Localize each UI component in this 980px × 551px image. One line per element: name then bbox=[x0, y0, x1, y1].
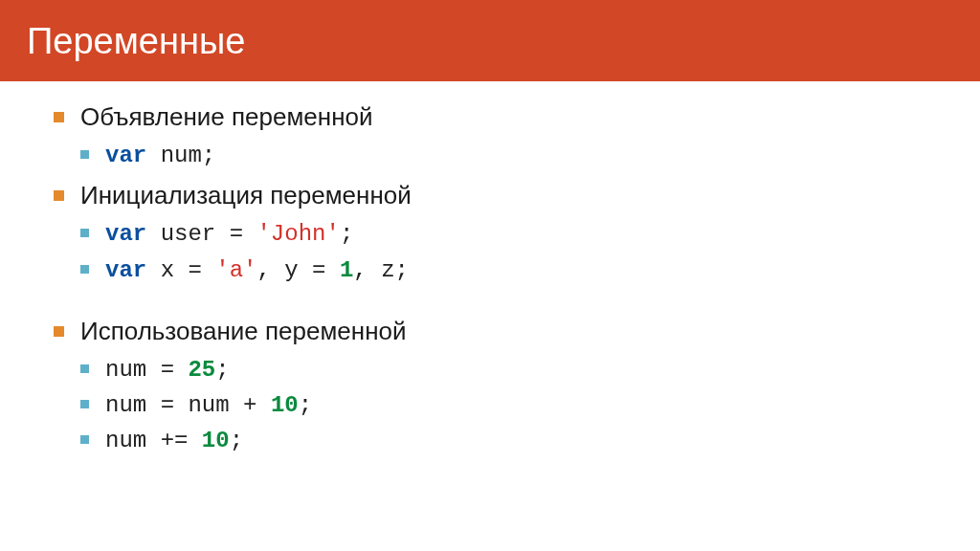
section-declaration: Объявление переменной var num; bbox=[54, 100, 932, 173]
code-line: var x = 'a', y = 1, z; bbox=[80, 253, 932, 288]
code-list: num = 25; num = num + 10; num += 10; bbox=[80, 352, 932, 459]
code-line: var user = 'John'; bbox=[80, 216, 932, 252]
spacer bbox=[54, 294, 932, 315]
code-line: num += 10; bbox=[80, 423, 932, 458]
code-list: var num; bbox=[80, 138, 932, 173]
section-initialization: Инициализация переменной var user = 'Joh… bbox=[54, 179, 932, 287]
section-heading: Объявление переменной bbox=[80, 102, 373, 131]
code-line: num = 25; bbox=[80, 352, 932, 387]
bullet-list: Объявление переменной var num; Инициализ… bbox=[54, 100, 932, 458]
code-line: var num; bbox=[80, 138, 932, 173]
slide-title: Переменные bbox=[0, 0, 980, 81]
slide-body: Объявление переменной var num; Инициализ… bbox=[0, 81, 980, 458]
section-usage: Использование переменной num = 25; num =… bbox=[54, 315, 932, 459]
section-heading: Использование переменной bbox=[80, 317, 407, 345]
code-line: num = num + 10; bbox=[80, 387, 932, 423]
code-list: var user = 'John'; var x = 'a', y = 1, z… bbox=[80, 216, 932, 287]
section-heading: Инициализация переменной bbox=[80, 181, 412, 209]
